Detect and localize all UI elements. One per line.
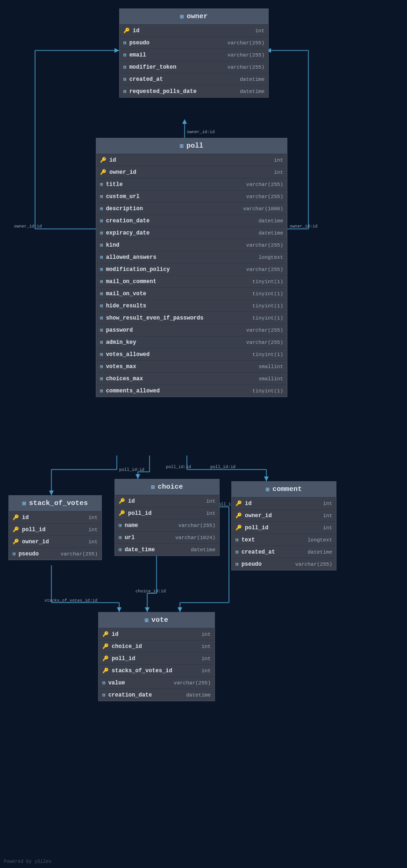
field-name: pseudo	[129, 40, 224, 46]
field-name: pseudo	[19, 551, 57, 557]
field-type: datetime	[191, 547, 215, 553]
field-icon: ⊞	[119, 522, 122, 528]
table-poll-header: ⊞ poll	[96, 138, 287, 154]
table-row: ⊞ admin_key varchar(255)	[96, 336, 287, 348]
field-type: datetime	[186, 692, 211, 698]
table-row: 🔑 id int	[9, 511, 101, 523]
field-icon: ⊞	[119, 547, 122, 553]
field-icon: ⊞	[123, 40, 127, 46]
field-name: url	[125, 534, 172, 541]
field-type: varchar(255)	[228, 64, 264, 70]
field-icon: ⊞	[123, 64, 127, 70]
field-name: email	[129, 52, 224, 58]
field-name: votes_max	[106, 363, 255, 370]
svg-marker-6	[114, 48, 119, 53]
field-name: hide_results	[106, 303, 249, 309]
table-grid-icon: ⊞	[180, 13, 184, 21]
fk-icon: 🔑	[236, 525, 242, 531]
svg-marker-26	[49, 491, 54, 495]
svg-text:poll_id:id: poll_id:id	[119, 468, 144, 472]
field-icon: ⊞	[100, 206, 103, 212]
table-row: 🔑 id int	[232, 497, 336, 509]
table-row: 🔑 stacks_of_votes_id int	[99, 664, 214, 676]
table-owner: ⊞ owner 🔑 id int ⊞ pseudo varchar(255) ⊞…	[119, 8, 269, 98]
field-name: expiracy_date	[106, 230, 255, 236]
field-name: mail_on_vote	[106, 291, 249, 297]
field-type: varchar(255)	[246, 194, 283, 199]
field-type: int	[323, 513, 332, 519]
table-comment-header: ⊞ comment	[232, 482, 336, 497]
field-name: votes_allowed	[106, 351, 249, 358]
field-icon: ⊞	[236, 561, 239, 567]
svg-text:poll_id:id: poll_id:id	[166, 465, 191, 470]
diagram-container: owner_id:id owner_id:id owner_id:id poll…	[0, 0, 407, 868]
field-type: varchar(255)	[295, 562, 332, 567]
field-name: description	[106, 206, 240, 212]
field-name: text	[242, 537, 304, 543]
field-icon: ⊞	[100, 291, 103, 297]
field-name: pseudo	[242, 561, 292, 568]
table-choice: ⊞ choice 🔑 id int 🔑 poll_id int ⊞ name v…	[114, 479, 220, 556]
table-choice-name: choice	[157, 483, 183, 491]
field-type: int	[201, 656, 211, 662]
fk-icon: 🔑	[13, 539, 19, 545]
table-row: ⊞ creation_date datetime	[99, 689, 214, 701]
field-name: date_time	[125, 547, 187, 553]
field-type: varchar(255)	[228, 52, 264, 58]
table-row: ⊞ votes_allowed tinyint(1)	[96, 348, 287, 360]
field-name: allowed_answers	[106, 254, 255, 261]
table-row: ⊞ text longtext	[232, 534, 336, 546]
table-vote-header: ⊞ vote	[99, 612, 214, 628]
fk-icon: 🔑	[119, 510, 125, 516]
svg-text:choice_id:id: choice_id:id	[136, 589, 166, 594]
table-vote-name: vote	[151, 616, 168, 624]
table-row: ⊞ pseudo varchar(255)	[9, 548, 101, 560]
field-type: longtext	[258, 255, 283, 260]
field-type: varchar(255)	[174, 680, 211, 686]
table-row: ⊞ mail_on_vote tinyint(1)	[96, 287, 287, 299]
field-name: id	[22, 514, 85, 521]
field-name: admin_key	[106, 339, 243, 346]
field-icon: ⊞	[102, 692, 106, 698]
field-icon: ⊞	[236, 537, 239, 543]
table-grid-icon: ⊞	[22, 500, 26, 507]
field-type: tinyint(1)	[252, 303, 283, 309]
field-type: varchar(1024)	[175, 535, 215, 541]
table-row: ⊞ show_result_even_if_passwords tinyint(…	[96, 312, 287, 324]
field-icon: ⊞	[100, 218, 103, 224]
field-name: poll_id	[245, 525, 319, 531]
field-type: int	[88, 515, 98, 520]
table-row: ⊞ choices_max smallint	[96, 372, 287, 384]
field-icon: ⊞	[123, 52, 127, 58]
field-name: id	[133, 28, 251, 34]
table-row: ⊞ expiracy_date datetime	[96, 227, 287, 239]
pk-icon: 🔑	[123, 28, 130, 34]
table-row: ⊞ votes_max smallint	[96, 360, 287, 372]
table-row: 🔑 poll_id int	[9, 523, 101, 535]
field-name: id	[128, 498, 202, 505]
field-type: datetime	[240, 77, 264, 82]
fk-icon: 🔑	[102, 655, 109, 662]
table-comment: ⊞ comment 🔑 id int 🔑 owner_id int 🔑 poll…	[231, 481, 336, 570]
field-icon: ⊞	[100, 266, 103, 272]
field-name: modification_policy	[106, 266, 243, 273]
field-name: value	[108, 680, 170, 686]
field-icon: ⊞	[100, 327, 103, 333]
field-name: poll_id	[128, 510, 202, 517]
table-row: ⊞ hide_results tinyint(1)	[96, 299, 287, 312]
field-type: tinyint(1)	[252, 388, 283, 394]
pk-icon: 🔑	[13, 514, 19, 520]
table-row: ⊞ creation_date datetime	[96, 214, 287, 227]
table-row: 🔑 poll_id int	[99, 652, 214, 664]
table-row: ⊞ email varchar(255)	[120, 49, 268, 61]
field-icon: ⊞	[100, 339, 103, 345]
field-type: int	[201, 644, 211, 649]
field-type: int	[201, 632, 211, 637]
table-row: ⊞ allowed_answers longtext	[96, 251, 287, 263]
table-grid-icon: ⊞	[151, 484, 155, 491]
table-row: ⊞ title varchar(255)	[96, 178, 287, 190]
field-name: poll_id	[112, 655, 198, 662]
pk-icon: 🔑	[236, 500, 242, 506]
svg-text:poll_id:id: poll_id:id	[210, 465, 236, 470]
svg-marker-16	[136, 474, 140, 479]
